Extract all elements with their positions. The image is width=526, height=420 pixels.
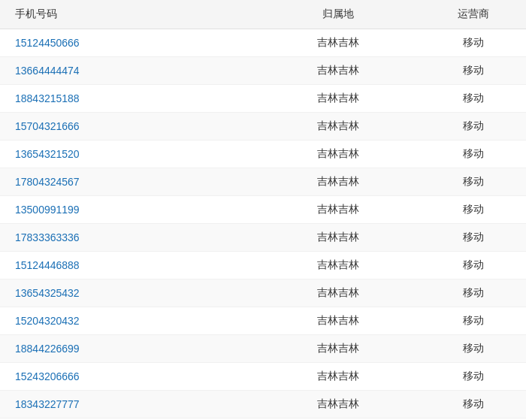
phone-table: 手机号码 归属地 运营商 15124450666 吉林吉林 移动 1366444… — [0, 0, 526, 418]
table-row[interactable]: 17833363336 吉林吉林 移动 — [0, 224, 526, 252]
cell-region: 吉林吉林 — [255, 370, 421, 383]
cell-carrier: 移动 — [421, 397, 526, 411]
table-row[interactable]: 18844226699 吉林吉林 移动 — [0, 335, 526, 363]
cell-phone: 15243206666 — [0, 370, 255, 382]
cell-region: 吉林吉林 — [255, 36, 421, 50]
table-row[interactable]: 15704321666 吉林吉林 移动 — [0, 113, 526, 141]
table-row[interactable]: 18843215188 吉林吉林 移动 — [0, 85, 526, 113]
cell-phone: 13654325432 — [0, 287, 255, 299]
cell-phone: 15124450666 — [0, 37, 255, 49]
table-body: 15124450666 吉林吉林 移动 13664444474 吉林吉林 移动 … — [0, 29, 526, 418]
cell-phone: 15704321666 — [0, 120, 255, 132]
cell-phone: 18343227777 — [0, 398, 255, 410]
cell-carrier: 移动 — [421, 342, 526, 355]
table-row[interactable]: 15124446888 吉林吉林 移动 — [0, 252, 526, 279]
cell-carrier: 移动 — [421, 36, 526, 50]
cell-carrier: 移动 — [421, 258, 526, 272]
cell-region: 吉林吉林 — [255, 119, 421, 133]
table-row[interactable]: 13500991199 吉林吉林 移动 — [0, 196, 526, 224]
cell-region: 吉林吉林 — [255, 175, 421, 189]
cell-region: 吉林吉林 — [255, 258, 421, 272]
cell-carrier: 移动 — [421, 203, 526, 216]
cell-region: 吉林吉林 — [255, 314, 421, 328]
table-row[interactable]: 13654321520 吉林吉林 移动 — [0, 141, 526, 168]
cell-phone: 17804324567 — [0, 176, 255, 188]
cell-carrier: 移动 — [421, 64, 526, 77]
cell-carrier: 移动 — [421, 175, 526, 189]
header-region: 归属地 — [255, 8, 421, 21]
cell-phone: 15124446888 — [0, 259, 255, 271]
cell-phone: 18843215188 — [0, 92, 255, 104]
cell-region: 吉林吉林 — [255, 147, 421, 161]
cell-region: 吉林吉林 — [255, 92, 421, 105]
table-row[interactable]: 15204320432 吉林吉林 移动 — [0, 307, 526, 335]
cell-carrier: 移动 — [421, 370, 526, 383]
table-row[interactable]: 18343227777 吉林吉林 移动 — [0, 391, 526, 418]
cell-phone: 13654321520 — [0, 148, 255, 160]
table-header: 手机号码 归属地 运营商 — [0, 0, 526, 29]
table-row[interactable]: 13664444474 吉林吉林 移动 — [0, 57, 526, 85]
cell-carrier: 移动 — [421, 119, 526, 133]
cell-region: 吉林吉林 — [255, 286, 421, 300]
table-row[interactable]: 15243206666 吉林吉林 移动 — [0, 363, 526, 391]
header-carrier: 运营商 — [421, 8, 526, 21]
cell-carrier: 移动 — [421, 92, 526, 105]
cell-carrier: 移动 — [421, 286, 526, 300]
cell-carrier: 移动 — [421, 314, 526, 328]
cell-phone: 13664444474 — [0, 65, 255, 77]
cell-region: 吉林吉林 — [255, 342, 421, 355]
cell-region: 吉林吉林 — [255, 203, 421, 216]
table-row[interactable]: 15124450666 吉林吉林 移动 — [0, 29, 526, 57]
cell-phone: 18844226699 — [0, 343, 255, 355]
cell-region: 吉林吉林 — [255, 231, 421, 244]
table-row[interactable]: 13654325432 吉林吉林 移动 — [0, 279, 526, 307]
table-row[interactable]: 17804324567 吉林吉林 移动 — [0, 168, 526, 196]
cell-region: 吉林吉林 — [255, 397, 421, 411]
cell-phone: 17833363336 — [0, 231, 255, 243]
cell-carrier: 移动 — [421, 231, 526, 244]
header-phone: 手机号码 — [0, 8, 255, 21]
cell-phone: 13500991199 — [0, 204, 255, 216]
cell-region: 吉林吉林 — [255, 64, 421, 77]
cell-phone: 15204320432 — [0, 315, 255, 327]
cell-carrier: 移动 — [421, 147, 526, 161]
